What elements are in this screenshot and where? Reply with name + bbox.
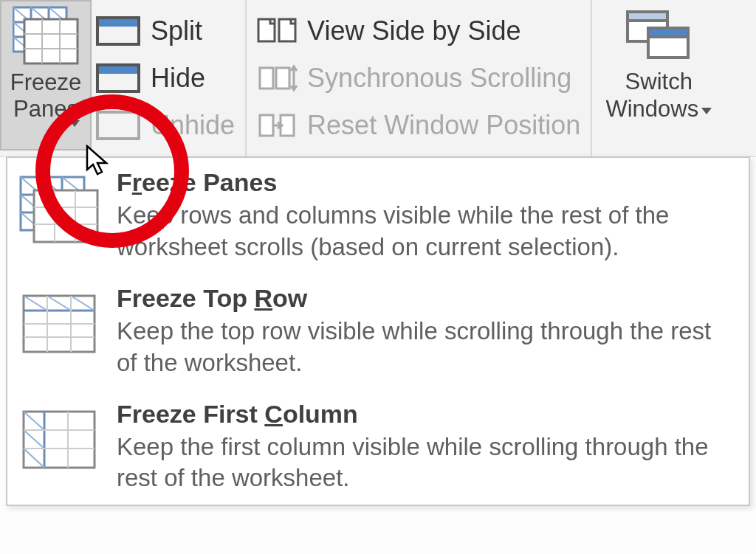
- unhide-label: Unhide: [151, 110, 235, 141]
- ribbon: Freeze Panes Split Hide Unhide: [0, 0, 756, 157]
- menu-title-freeze-top-row: Freeze Top Row: [117, 284, 735, 313]
- reset-window-position-button: Reset Window Position: [257, 102, 591, 149]
- freeze-panes-menu-icon: [19, 173, 100, 243]
- freeze-panes-label-2: Panes: [13, 96, 78, 122]
- menu-item-freeze-top-row[interactable]: Freeze Top Row Keep the top row visible …: [7, 274, 749, 389]
- freeze-panes-button[interactable]: Freeze Panes: [0, 0, 92, 150]
- switch-windows-button[interactable]: Switch Windows: [592, 0, 725, 152]
- synchronous-scrolling-icon: [257, 60, 298, 96]
- view-side-by-side-icon: [257, 13, 298, 49]
- freeze-panes-icon: [13, 4, 79, 68]
- svg-rect-27: [648, 28, 688, 37]
- view-side-by-side-button[interactable]: View Side by Side: [257, 7, 591, 55]
- freeze-first-column-menu-icon: [19, 404, 100, 475]
- svg-rect-18: [260, 68, 273, 89]
- menu-title-freeze-first-column: Freeze First Column: [117, 400, 735, 429]
- svg-rect-25: [628, 12, 667, 21]
- unhide-button[interactable]: Unhide: [96, 102, 245, 149]
- menu-desc-freeze-top-row: Keep the top row visible while scrolling…: [117, 316, 735, 379]
- chevron-down-icon: [701, 108, 712, 114]
- switch-windows-icon: [623, 7, 694, 63]
- split-button[interactable]: Split: [96, 7, 245, 55]
- reset-window-position-label: Reset Window Position: [307, 110, 580, 141]
- svg-rect-19: [276, 68, 289, 89]
- freeze-panes-dropdown: Freeze Panes Keep rows and columns visib…: [6, 156, 750, 506]
- menu-title-freeze-panes: Freeze Panes: [117, 168, 735, 197]
- hide-label: Hide: [151, 63, 205, 94]
- freeze-panes-label-1: Freeze: [10, 69, 81, 95]
- split-icon: [96, 16, 140, 46]
- chevron-down-icon: [69, 120, 80, 127]
- hide-icon: [96, 63, 140, 93]
- menu-desc-freeze-first-column: Keep the first column visible while scro…: [117, 432, 735, 495]
- switch-windows-label-2: Windows: [605, 96, 698, 122]
- svg-rect-11: [24, 19, 78, 63]
- synchronous-scrolling-button: Synchronous Scrolling: [257, 55, 591, 102]
- svg-rect-21: [260, 115, 273, 136]
- svg-rect-39: [34, 190, 97, 242]
- unhide-icon: [96, 111, 140, 140]
- split-label: Split: [151, 15, 202, 46]
- hide-button[interactable]: Hide: [96, 55, 245, 102]
- menu-item-freeze-panes[interactable]: Freeze Panes Keep rows and columns visib…: [7, 158, 749, 274]
- freeze-top-row-menu-icon: [19, 288, 100, 359]
- menu-item-freeze-first-column[interactable]: Freeze First Column Keep the first colum…: [7, 389, 749, 505]
- view-side-by-side-label: View Side by Side: [307, 15, 521, 46]
- synchronous-scrolling-label: Synchronous Scrolling: [307, 63, 571, 94]
- reset-window-position-icon: [257, 108, 298, 143]
- menu-desc-freeze-panes: Keep rows and columns visible while the …: [117, 200, 735, 263]
- switch-windows-label-1: Switch: [625, 69, 693, 94]
